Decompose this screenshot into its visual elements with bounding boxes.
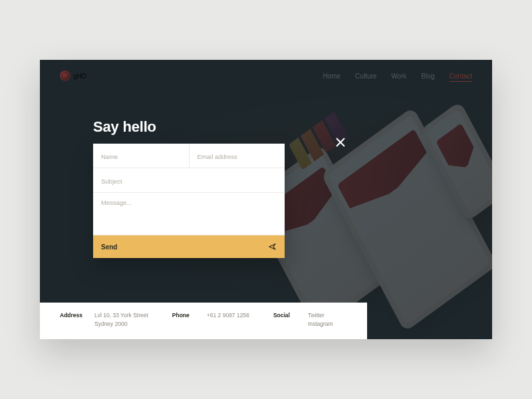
close-icon	[336, 138, 345, 147]
logo-mark-icon	[60, 70, 70, 81]
contact-form: Send	[93, 144, 285, 258]
footer-address-line1: Lvl 10, 33 York Street	[94, 312, 148, 319]
footer-phone-value[interactable]: +61 2 9087 1256	[207, 312, 249, 319]
footer-instagram-link[interactable]: Instagram	[308, 321, 333, 327]
message-input[interactable]	[101, 199, 277, 211]
nav-home[interactable]: Home	[323, 72, 340, 80]
footer-bar: Address Lvl 10, 33 York Street Sydney 20…	[40, 303, 367, 339]
footer-address-label: Address	[60, 312, 85, 327]
nav-items: Home Culture Work Blog Contact	[323, 72, 472, 80]
footer-address: Address Lvl 10, 33 York Street Sydney 20…	[60, 312, 148, 327]
subject-input[interactable]	[101, 178, 277, 185]
top-nav: gHO Home Culture Work Blog Contact	[40, 70, 492, 81]
footer-social-label: Social	[273, 312, 299, 327]
name-input[interactable]	[101, 153, 181, 160]
nav-culture[interactable]: Culture	[355, 72, 376, 80]
footer-phone-label: Phone	[172, 312, 198, 327]
nav-blog[interactable]: Blog	[422, 72, 435, 80]
close-button[interactable]	[335, 137, 346, 148]
nav-work[interactable]: Work	[391, 72, 406, 80]
brand-logo[interactable]: gHO	[60, 70, 86, 81]
send-label: Send	[101, 243, 117, 251]
footer-twitter-link[interactable]: Twitter	[308, 312, 333, 319]
page-title: Say hello	[93, 118, 156, 136]
footer-phone: Phone +61 2 9087 1256	[172, 312, 249, 327]
footer-address-line2: Sydney 2000	[94, 321, 148, 327]
send-icon	[269, 243, 277, 251]
email-input[interactable]	[198, 153, 277, 160]
nav-contact[interactable]: Contact	[450, 72, 472, 80]
contact-page: gHO Home Culture Work Blog Contact Say h…	[40, 60, 492, 339]
footer-social: Social Twitter Instagram	[273, 312, 333, 327]
send-button[interactable]: Send	[93, 235, 285, 258]
brand-name: gHO	[73, 72, 86, 80]
